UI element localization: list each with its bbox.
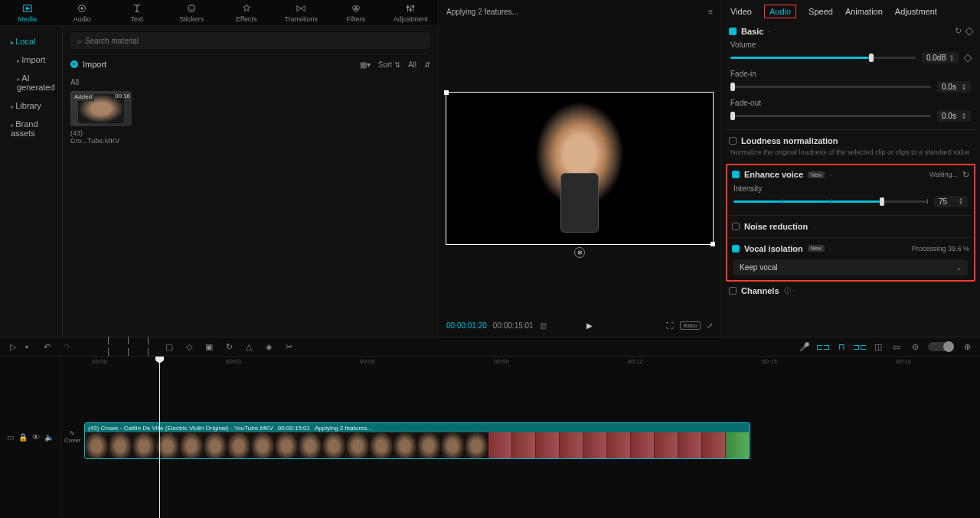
intensity-slider[interactable] (733, 200, 928, 203)
playhead[interactable] (159, 357, 160, 518)
thumb-duration: 00:16 (115, 93, 130, 99)
preview-frame[interactable]: ✻ (446, 92, 714, 245)
side-import[interactable]: Import (0, 50, 62, 69)
tab-stickers[interactable]: Stickers (165, 0, 220, 25)
zoom-out-icon[interactable]: ⊖ (910, 341, 920, 352)
tab-media-label: Media (18, 15, 37, 23)
tl-lock-icon[interactable]: 🔒 (18, 433, 28, 441)
filter-all[interactable]: All (408, 60, 416, 69)
tl-eye-icon[interactable]: 👁 (32, 433, 40, 441)
preview-icon[interactable]: ▭ (891, 341, 902, 352)
link-icon[interactable]: ◫ (873, 341, 884, 352)
insp-tab-adjustment[interactable]: Adjustment (895, 7, 937, 16)
preview-content (514, 99, 645, 237)
insp-tab-animation[interactable]: Animation (845, 7, 883, 16)
split-right-tool[interactable]: 〡〡 (144, 341, 155, 352)
tab-transitions[interactable]: Transitions (274, 0, 329, 25)
tab-filters[interactable]: Filters (328, 0, 384, 25)
compare-icon[interactable]: ▥ (540, 321, 547, 330)
vocal-status: Processing 39.6 % (912, 245, 969, 252)
filter-icon[interactable]: ⇵ (424, 60, 430, 69)
pointer-dropdown-icon[interactable]: ▼ (21, 341, 32, 352)
pointer-tool[interactable]: ▷ (8, 341, 18, 352)
fadeout-slider[interactable] (730, 115, 931, 117)
mic-icon[interactable]: 🎤 (799, 341, 810, 352)
tl-toggle-icon[interactable]: ▭ (7, 433, 14, 441)
zoom-slider[interactable] (928, 342, 954, 351)
tab-text[interactable]: Text (109, 0, 165, 25)
crop-tool[interactable]: ▢ (164, 341, 175, 352)
tab-stickers-label: Stickers (179, 15, 204, 23)
play-button[interactable]: ▶ (586, 321, 593, 330)
magnet-left-icon[interactable]: ⊏⊐ (818, 341, 828, 352)
vocal-title: Vocal isolation (744, 244, 803, 253)
thumb-name: (43) Cro...Tube.MKV (70, 129, 132, 145)
refresh-icon[interactable]: ↻ (962, 170, 969, 180)
split-left-tool[interactable]: 〡〡 (124, 341, 135, 352)
svg-point-2 (81, 7, 83, 9)
side-brand[interactable]: Brand assets (0, 115, 62, 142)
ratio-button[interactable]: Ratio (680, 321, 701, 330)
reverse-tool[interactable]: ↻ (224, 341, 234, 352)
channels-checkbox[interactable] (729, 287, 737, 295)
noise-checkbox[interactable] (732, 223, 740, 230)
media-thumb[interactable]: Added 00:16 (43) Cro...Tube.MKV (70, 91, 132, 145)
magnet-right-icon[interactable]: ⊐⊏ (854, 341, 865, 352)
warning-icon[interactable]: △ (243, 341, 254, 352)
preview-menu-icon[interactable]: ≡ (708, 8, 713, 16)
tab-audio-label: Audio (74, 15, 91, 23)
tab-adjustment[interactable]: Adjustment (384, 0, 439, 25)
basic-checkbox[interactable] (729, 28, 737, 35)
loudness-checkbox[interactable] (729, 137, 737, 145)
tab-audio[interactable]: Audio (55, 0, 110, 25)
basic-title: Basic (741, 27, 763, 36)
redo-button[interactable]: ↷ (61, 341, 72, 352)
tab-filters-label: Filters (347, 15, 366, 23)
svg-point-3 (188, 5, 195, 11)
volume-keyframe-icon[interactable] (963, 54, 972, 62)
vocal-mode-select[interactable]: Keep vocal ⌄ (733, 259, 968, 275)
enhance-title: Enhance voice (744, 170, 803, 179)
import-button[interactable]: + Import (70, 60, 106, 69)
tl-mute-icon[interactable]: 🔈 (44, 433, 54, 441)
cover-edit-icon[interactable]: ✎ (70, 430, 75, 437)
volume-slider[interactable] (730, 57, 916, 59)
intensity-value[interactable]: 75▲▼ (934, 196, 968, 207)
insp-tab-video[interactable]: Video (730, 7, 752, 16)
side-library[interactable]: Library (0, 96, 62, 115)
ruler-tick: 00:18 (896, 358, 911, 365)
sync-tool[interactable]: ◈ (263, 341, 274, 352)
volume-value[interactable]: 0.0dB▲▼ (922, 52, 959, 64)
fadein-value[interactable]: 0.0s▲▼ (937, 81, 971, 93)
category-all: All (70, 78, 430, 86)
magnet-icon[interactable]: ⊓ (836, 341, 847, 352)
split-tool[interactable]: 〡〡 (104, 341, 115, 352)
focus-icon[interactable]: ⛶ (666, 321, 674, 330)
timeline-clip[interactable]: (43) Crowe - Caitlin De Ville (Electric … (84, 422, 750, 459)
grid-view-icon[interactable]: ▦▾ (360, 60, 371, 69)
enhance-checkbox[interactable] (732, 171, 740, 178)
keyframe-icon[interactable] (965, 27, 973, 35)
zoom-in-icon[interactable]: ⊕ (962, 341, 972, 352)
search-input[interactable] (85, 37, 424, 45)
insp-tab-audio[interactable]: Audio (764, 5, 796, 18)
marker-tool[interactable]: ◇ (184, 341, 194, 352)
side-ai[interactable]: AI generated (0, 69, 62, 96)
fadein-slider[interactable] (730, 86, 931, 88)
sort-button[interactable]: Sort ⇅ (378, 60, 400, 69)
snapshot-tool[interactable]: ▣ (204, 341, 214, 352)
reset-icon[interactable]: ↻ (955, 26, 962, 36)
vocal-checkbox[interactable] (732, 245, 740, 252)
tab-media[interactable]: Media (0, 0, 55, 25)
undo-button[interactable]: ↶ (41, 341, 52, 352)
insp-tab-speed[interactable]: Speed (808, 7, 833, 16)
loudness-title: Loudness normalization (741, 136, 838, 145)
side-local[interactable]: Local (0, 32, 62, 50)
tab-effects[interactable]: Effects (219, 0, 274, 25)
fullscreen-icon[interactable]: ⤢ (707, 321, 713, 330)
crop2-tool[interactable]: ✂ (283, 341, 294, 352)
preview-status: Applying 2 features... (446, 8, 518, 16)
timeline-ruler[interactable]: 00:00 00:03 00:06 00:09 00:12 00:15 00:1… (61, 357, 980, 369)
fadeout-value[interactable]: 0.0s▲▼ (937, 110, 971, 122)
search-box[interactable]: ⌕ (70, 32, 430, 49)
